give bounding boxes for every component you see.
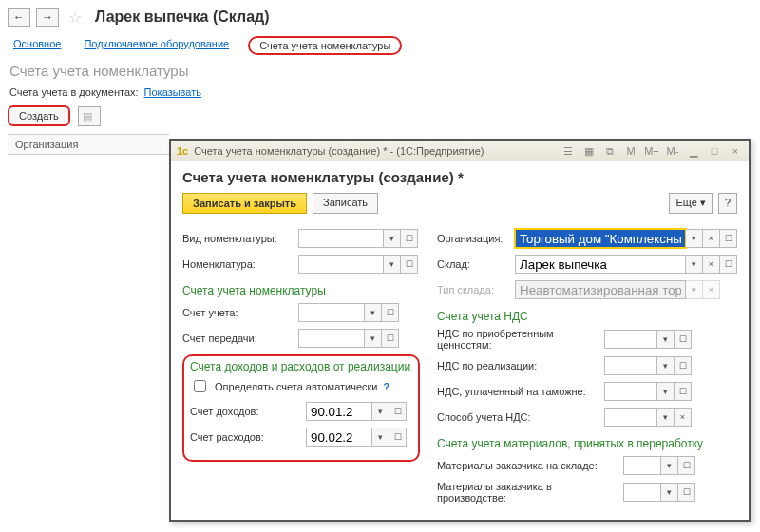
save-close-button[interactable]: Записать и закрыть	[182, 193, 307, 214]
create-button[interactable]: Создать	[8, 105, 70, 126]
highlight-tab-accounts: Счета учета номенклатуры	[248, 36, 402, 55]
vat1-open-button[interactable]: ☐	[674, 330, 692, 349]
income-input[interactable]	[306, 402, 372, 421]
whtype-label: Тип склада:	[437, 284, 511, 295]
org-dropdown-button[interactable]: ▾	[686, 229, 703, 248]
nom-input[interactable]	[298, 255, 384, 274]
toolbar-m-plus[interactable]: M+	[644, 143, 659, 159]
expense-label: Счет расходов:	[190, 431, 302, 443]
mat1-label: Материалы заказчика на складе:	[437, 460, 619, 471]
dialog-close-icon[interactable]: ×	[728, 143, 743, 159]
transfer-input[interactable]	[298, 329, 365, 348]
vat2-label: НДС по реализации:	[437, 360, 600, 371]
vat2-dropdown-button[interactable]: ▾	[657, 356, 674, 375]
save-button[interactable]: Записать	[313, 193, 378, 214]
income-label: Счет доходов:	[190, 406, 302, 417]
nom-label: Номенклатура:	[182, 258, 294, 270]
vat1-dropdown-button[interactable]: ▾	[657, 330, 674, 349]
dialog-titlebar: 1c Счета учета номенклатуры (создание) *…	[171, 141, 749, 162]
favorite-star-icon[interactable]: ☆	[65, 9, 86, 27]
nav-forward-button[interactable]: →	[36, 8, 59, 27]
mat2-label: Материалы заказчика в производстве:	[437, 481, 619, 504]
vat3-dropdown-button[interactable]: ▾	[657, 382, 674, 401]
accounts-dialog: 1c Счета учета номенклатуры (создание) *…	[169, 139, 750, 522]
income-open-button[interactable]: ☐	[390, 402, 407, 421]
section-income: Счета доходов и расходов от реализации	[190, 360, 412, 373]
document-icon: ▤	[83, 110, 92, 122]
expense-input[interactable]	[306, 428, 372, 446]
wh-input[interactable]	[515, 255, 686, 274]
dialog-heading: Счета учета номенклатуры (создание) *	[182, 169, 737, 185]
tab-equipment[interactable]: Подключаемое оборудование	[80, 36, 233, 55]
page-title: Ларек выпечка (Склад)	[91, 9, 270, 26]
org-clear-button[interactable]: ×	[703, 229, 720, 248]
auto-detect-label: Определять счета автоматически	[215, 381, 378, 392]
org-input[interactable]	[515, 229, 686, 248]
expense-dropdown-button[interactable]: ▾	[372, 428, 390, 446]
toolbar-icon-2[interactable]: ▦	[581, 143, 597, 159]
more-button[interactable]: Еще ▾	[669, 193, 712, 214]
acc-label: Счет учета:	[182, 307, 294, 318]
help-button[interactable]: ?	[718, 193, 737, 214]
mat1-dropdown-button[interactable]: ▾	[661, 456, 678, 475]
wh-label: Склад:	[437, 258, 511, 270]
vat4-dropdown-button[interactable]: ▾	[657, 408, 674, 427]
expense-open-button[interactable]: ☐	[390, 428, 407, 446]
auto-detect-help-icon[interactable]: ?	[384, 381, 390, 392]
dialog-max-icon[interactable]: □	[707, 143, 722, 159]
wh-clear-button[interactable]: ×	[703, 255, 720, 274]
tab-accounts[interactable]: Счета учета номенклатуры	[256, 38, 394, 53]
chevron-down-icon: ▾	[700, 197, 706, 208]
mat2-input[interactable]	[623, 483, 661, 502]
nom-dropdown-button[interactable]: ▾	[384, 255, 401, 274]
mat1-open-button[interactable]: ☐	[678, 456, 695, 475]
transfer-open-button[interactable]: ☐	[382, 329, 399, 348]
dialog-min-icon[interactable]: ▁	[686, 143, 701, 159]
vat4-label: Способ учета НДС:	[437, 411, 600, 423]
vat2-open-button[interactable]: ☐	[674, 356, 692, 375]
highlight-income-panel: Счета доходов и расходов от реализации О…	[182, 354, 420, 462]
transfer-dropdown-button[interactable]: ▾	[365, 329, 382, 348]
app-icon: 1c	[177, 145, 188, 157]
wh-dropdown-button[interactable]: ▾	[686, 255, 703, 274]
type-dropdown-button[interactable]: ▾	[384, 229, 401, 248]
section-heading: Счета учета номенклатуры	[10, 63, 750, 79]
auto-detect-checkbox[interactable]	[194, 380, 206, 392]
vat4-clear-button[interactable]: ×	[674, 408, 692, 427]
vat3-label: НДС, уплаченный на таможне:	[437, 386, 600, 397]
vat1-label: НДС по приобретенным ценностям:	[437, 328, 600, 351]
toolbar-m-minus[interactable]: M-	[665, 143, 680, 159]
vat2-input[interactable]	[604, 356, 657, 375]
toolbar-icon-3[interactable]: ⧉	[602, 143, 618, 159]
toolbar-m[interactable]: M	[623, 143, 638, 159]
tab-main[interactable]: Основное	[10, 36, 65, 55]
section-materials: Счета учета материалов, принятых в перер…	[437, 437, 737, 450]
grid-column-organization[interactable]: Организация	[8, 134, 169, 155]
org-label: Организация:	[437, 233, 511, 244]
toolbar-extra-button[interactable]: ▤	[78, 106, 101, 126]
income-dropdown-button[interactable]: ▾	[372, 402, 390, 421]
mat2-dropdown-button[interactable]: ▾	[661, 483, 678, 502]
vat3-input[interactable]	[604, 382, 657, 401]
transfer-label: Счет передачи:	[182, 332, 294, 344]
vat3-open-button[interactable]: ☐	[674, 382, 692, 401]
nom-open-button[interactable]: ☐	[401, 255, 418, 274]
type-open-button[interactable]: ☐	[401, 229, 418, 248]
toolbar-icon-1[interactable]: ☰	[560, 143, 576, 159]
nav-back-button[interactable]: ←	[8, 8, 30, 27]
dialog-title-text: Счета учета номенклатуры (создание) * - …	[194, 145, 484, 157]
section-vat: Счета учета НДС	[437, 310, 737, 323]
vat1-input[interactable]	[604, 330, 657, 349]
type-input[interactable]	[298, 229, 384, 248]
doc-show-link[interactable]: Показывать	[144, 86, 201, 98]
vat4-input[interactable]	[604, 408, 657, 427]
mat2-open-button[interactable]: ☐	[678, 483, 695, 502]
wh-open-button[interactable]: ☐	[720, 255, 737, 274]
acc-open-button[interactable]: ☐	[382, 303, 399, 322]
whtype-input	[515, 280, 686, 299]
org-open-button[interactable]: ☐	[720, 229, 737, 248]
mat1-input[interactable]	[623, 456, 661, 475]
acc-input[interactable]	[298, 303, 365, 322]
acc-dropdown-button[interactable]: ▾	[365, 303, 382, 322]
doc-show-label: Счета учета в документах:	[10, 86, 139, 98]
